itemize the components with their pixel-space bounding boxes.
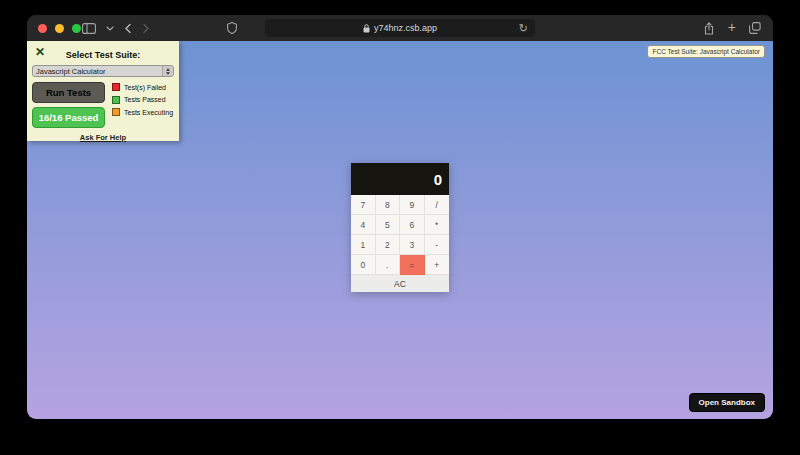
legend-label: Tests Passed [124, 96, 166, 103]
zoom-window-button[interactable] [72, 24, 81, 33]
fcc-test-panel: ✕ Select Test Suite: Javascript Calculat… [27, 41, 179, 141]
share-icon[interactable] [703, 22, 715, 35]
reload-icon[interactable]: ↻ [519, 20, 528, 36]
forward-icon[interactable] [142, 23, 150, 34]
legend-label: Test(s) Failed [124, 84, 166, 91]
calc-key-1[interactable]: 1 [351, 235, 376, 255]
calc-key-0[interactable]: 0 [351, 255, 376, 275]
test-suite-select[interactable]: Javascript Calculator [32, 65, 174, 77]
calc-key-clear[interactable]: AC [351, 275, 449, 292]
calc-key-add[interactable]: + [425, 255, 450, 275]
open-sandbox-button[interactable]: Open Sandbox [689, 393, 765, 412]
calc-key-7[interactable]: 7 [351, 195, 376, 215]
selected-suite-value: Javascript Calculator [36, 67, 106, 76]
sidebar-icon[interactable] [82, 23, 96, 34]
fcc-suite-badge: FCC Test Suite: Javascript Calculator [647, 45, 765, 58]
calc-key-subtract[interactable]: - [425, 235, 450, 255]
select-arrows-icon [162, 66, 173, 76]
window-controls [38, 24, 81, 33]
legend-label: Tests Executing [124, 109, 173, 116]
back-icon[interactable] [124, 23, 132, 34]
select-test-suite-label: Select Test Suite: [27, 41, 179, 60]
tab-overview-icon[interactable] [749, 22, 761, 34]
test-status-legend: Test(s) Failed Tests Passed Tests Execut… [112, 82, 173, 128]
close-icon[interactable]: ✕ [35, 45, 45, 59]
new-tab-icon[interactable]: + [728, 20, 736, 34]
panel-body: Run Tests 16/16 Passed Test(s) Failed Te… [27, 82, 179, 128]
ask-for-help-link[interactable]: Ask For Help [27, 133, 179, 142]
calc-key-multiply[interactable]: * [425, 215, 450, 235]
nav-controls [82, 15, 150, 41]
legend-item-executing: Tests Executing [112, 108, 173, 116]
calc-key-3[interactable]: 3 [400, 235, 425, 255]
privacy-shield-icon[interactable] [227, 22, 237, 34]
executing-swatch [112, 108, 120, 116]
browser-window: y74hnz.csb.app ↻ + ✕ Select Test Suite: … [27, 15, 773, 419]
close-window-button[interactable] [38, 24, 47, 33]
calculator-keypad: 7 8 9 / 4 5 6 * 1 2 3 - 0 . = + [351, 195, 449, 275]
browser-viewport: ✕ Select Test Suite: Javascript Calculat… [27, 41, 773, 419]
passed-swatch [112, 96, 120, 104]
run-tests-button[interactable]: Run Tests [32, 82, 105, 103]
calc-key-8[interactable]: 8 [376, 195, 401, 215]
legend-item-passed: Tests Passed [112, 96, 173, 104]
toolbar-actions: + [703, 15, 761, 41]
url-text: y74hnz.csb.app [374, 23, 437, 33]
address-bar[interactable]: y74hnz.csb.app ↻ [265, 19, 535, 37]
chevron-down-icon[interactable] [106, 26, 114, 31]
calculator: 0 7 8 9 / 4 5 6 * 1 2 3 - 0 . = + AC [351, 163, 449, 292]
failed-swatch [112, 83, 120, 91]
minimize-window-button[interactable] [55, 24, 64, 33]
browser-toolbar: y74hnz.csb.app ↻ + [27, 15, 773, 42]
calc-key-4[interactable]: 4 [351, 215, 376, 235]
screen: { "page": { "outer_background": "#000000… [0, 0, 800, 455]
calc-key-9[interactable]: 9 [400, 195, 425, 215]
calculator-display: 0 [351, 163, 449, 195]
calc-key-divide[interactable]: / [425, 195, 450, 215]
calc-key-2[interactable]: 2 [376, 235, 401, 255]
calc-key-decimal[interactable]: . [376, 255, 401, 275]
lock-icon [363, 24, 370, 33]
calc-key-5[interactable]: 5 [376, 215, 401, 235]
calc-key-equals[interactable]: = [400, 255, 425, 275]
legend-item-failed: Test(s) Failed [112, 83, 173, 91]
calc-key-6[interactable]: 6 [400, 215, 425, 235]
tests-passed-button[interactable]: 16/16 Passed [32, 107, 105, 128]
